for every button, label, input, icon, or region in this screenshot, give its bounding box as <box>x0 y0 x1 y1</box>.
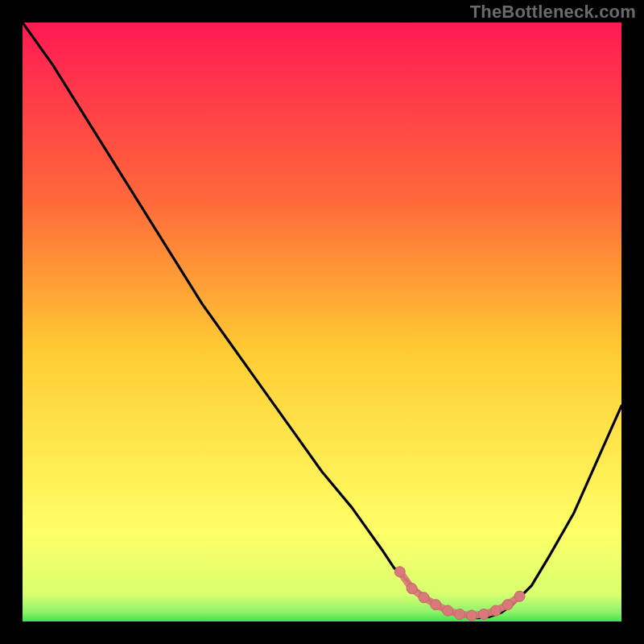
optimal-zone-marker <box>455 609 465 620</box>
gradient-background <box>23 23 621 621</box>
optimal-zone-marker <box>407 584 417 594</box>
optimal-zone-marker <box>431 600 441 610</box>
bottleneck-plot <box>23 23 621 621</box>
optimal-zone-marker <box>443 605 453 616</box>
optimal-zone-marker <box>502 600 513 610</box>
optimal-zone-marker <box>467 610 477 621</box>
chart-frame: TheBottleneck.com <box>0 0 644 644</box>
optimal-zone-marker <box>394 567 405 577</box>
watermark-text: TheBottleneck.com <box>470 2 636 23</box>
optimal-zone-marker <box>478 609 489 620</box>
chart-svg <box>23 23 621 621</box>
optimal-zone-marker <box>419 592 429 603</box>
optimal-zone-marker <box>514 591 525 601</box>
optimal-zone-marker <box>490 605 501 616</box>
